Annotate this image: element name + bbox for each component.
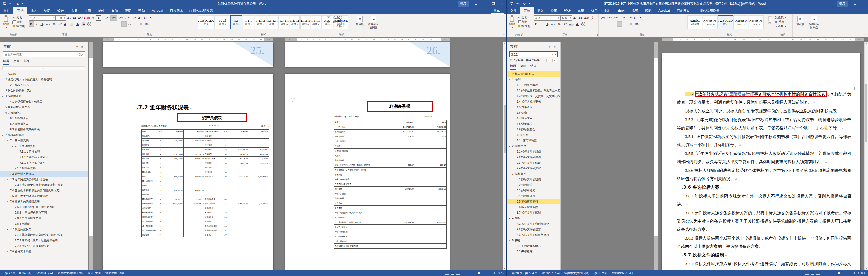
- restore-button[interactable]: ❐: [489, 1, 498, 7]
- font-dialog-launcher[interactable]: [100, 34, 102, 36]
- italic-button[interactable]: I: [539, 22, 545, 27]
- nav-heading-item[interactable]: 1.9 投标预备会: [507, 127, 560, 132]
- font-size-select[interactable]: 三号▾: [56, 16, 66, 21]
- ribbon-tab[interactable]: 插入: [534, 7, 547, 14]
- nav-search-input[interactable]: [4, 53, 78, 56]
- previous-result-icon[interactable]: ▲: [546, 59, 551, 62]
- line-spacing-button[interactable]: ↕≡▾: [132, 22, 138, 27]
- scrollbar-thumb[interactable]: [503, 105, 506, 153]
- nav-tab[interactable]: 结果: [24, 59, 30, 65]
- share-button[interactable]: 共享▾: [491, 8, 504, 14]
- zoom-slider[interactable]: [468, 273, 491, 273]
- enclose-character-button[interactable]: 字: [87, 22, 92, 27]
- align-center-button[interactable]: ≡: [110, 22, 116, 27]
- ribbon-tab[interactable]: 引用: [81, 7, 94, 14]
- nav-scroll-top-button[interactable]: ▴: [2, 66, 85, 70]
- zoom-in-button[interactable]: ＋: [493, 271, 496, 275]
- close-button[interactable]: ✕: [498, 1, 506, 7]
- clear-formatting-button[interactable]: A⌫: [83, 16, 90, 21]
- change-case-button[interactable]: Aa▾: [78, 16, 83, 21]
- phonetic-guide-button[interactable]: 文: [590, 16, 595, 21]
- zoom-out-button[interactable]: −: [464, 271, 466, 275]
- nav-heading-item[interactable]: 1.8 计量单位: [507, 121, 560, 127]
- nav-heading-item[interactable]: 5.2 开标程序: [507, 249, 560, 254]
- numbering-button[interactable]: 1≡▾: [111, 16, 117, 21]
- zoom-out-button[interactable]: −: [824, 271, 826, 275]
- bold-button[interactable]: B: [534, 22, 539, 27]
- ribbon-tab[interactable]: 视图: [628, 7, 642, 14]
- nav-heading-item[interactable]: ◢ 7.8 资格要求响应: [0, 249, 88, 254]
- status-segment[interactable]: 辅助功能: 调查: [103, 271, 127, 275]
- increase-indent-button[interactable]: →≡: [626, 16, 632, 21]
- ribbon-tab[interactable]: 绘图: [40, 7, 54, 14]
- expand-triangle-icon[interactable]: ◢: [7, 226, 10, 232]
- zoom-slider[interactable]: [828, 273, 851, 273]
- strikethrough-button[interactable]: abc: [550, 22, 557, 27]
- ribbon-tab[interactable]: 帮助: [135, 7, 148, 14]
- nav-options-icon[interactable]: ∨: [547, 45, 552, 49]
- nav-close-icon[interactable]: ×: [80, 45, 85, 49]
- highlight-button[interactable]: ab▾: [69, 22, 75, 27]
- replace-button[interactable]: ab替换: [775, 20, 791, 24]
- zoom-in-button[interactable]: ＋: [853, 271, 856, 275]
- tender-document-page[interactable]: 3.5.2 “近年财务状况表”应附经会计师事务所或审计机构审计的财务会计报表，包…: [661, 53, 860, 270]
- nav-heading-item[interactable]: 1.2 招标范围和数量、采购资金来源和落实情况: [507, 88, 560, 93]
- grow-font-button[interactable]: A▴: [66, 16, 72, 21]
- distribute-button[interactable]: ⇿: [127, 22, 132, 27]
- ribbon-tab[interactable]: 设计: [54, 7, 67, 14]
- tell-me-search[interactable]: 操作说明搜索: [187, 7, 215, 14]
- zoom-slider-thumb[interactable]: [478, 272, 480, 274]
- document-canvas[interactable]: 25. 26. .7.2 近年财务状况表 资产负债表 编制单位: 4g-优品优佳…: [88, 42, 506, 270]
- find-button[interactable]: 查找▾: [333, 16, 350, 19]
- nav-heading-item[interactable]: 3.3 投标有效期: [507, 188, 560, 193]
- find-button[interactable]: 查找▾: [775, 16, 791, 19]
- justify-button[interactable]: ≡: [121, 22, 127, 27]
- vertical-ruler[interactable]: [89, 42, 93, 270]
- style-card[interactable]: 1.1.1.1.1 标题 5: [267, 16, 279, 29]
- show-marks-button[interactable]: ¶: [638, 16, 644, 21]
- status-segment[interactable]: 简体中文(中国大陆): [562, 271, 592, 275]
- nav-heading-item[interactable]: ◢ 7.7 制造商授权书: [0, 226, 88, 232]
- expand-triangle-icon[interactable]: ◢: [2, 132, 5, 138]
- style-card[interactable]: AaBbCcDc 正文: [198, 16, 215, 29]
- scroll-up-icon[interactable]: ▲: [503, 42, 506, 44]
- nav-heading-item[interactable]: 3.5 资格审查资料: [507, 199, 560, 204]
- sort-button[interactable]: A↓: [633, 16, 638, 21]
- status-segment[interactable]: 第 27 页，共 146 页: [3, 271, 33, 275]
- status-segment[interactable]: 修订: 关闭: [85, 271, 103, 275]
- phonetic-guide-button[interactable]: 文: [90, 16, 96, 21]
- nav-heading-item[interactable]: 1.6 保密: [507, 110, 560, 116]
- shading-bucket-button[interactable]: ▾: [139, 22, 144, 27]
- customize-qat-icon[interactable]: ▾: [22, 2, 23, 5]
- nav-heading-item[interactable]: 3.2 投标报价: [507, 182, 560, 188]
- decrease-indent-button[interactable]: ←≡: [619, 16, 626, 21]
- paste-button[interactable]: 粘贴▾: [2, 16, 11, 29]
- expand-triangle-icon[interactable]: ◢: [7, 138, 10, 143]
- customize-qat-icon[interactable]: ▾: [529, 2, 530, 5]
- nav-heading-item[interactable]: 4.3 投标文件的修改与撤回: [507, 232, 560, 238]
- change-case-button[interactable]: Aa▾: [583, 16, 590, 21]
- asian-layout-button[interactable]: A▾: [137, 16, 143, 21]
- status-segment[interactable]: 6/22384 个字: [33, 271, 55, 275]
- nav-heading-item[interactable]: ◢ 7.6 投标人的信誉情况表: [0, 199, 88, 204]
- font-color-button[interactable]: A▾: [75, 22, 81, 27]
- ribbon-tab[interactable]: 开始: [520, 7, 534, 14]
- nav-heading-item[interactable]: 5 商务和技术偏差表: [0, 104, 88, 110]
- status-segment[interactable]: 简体中文(中国大陆): [55, 271, 85, 275]
- align-right-button[interactable]: ≡: [116, 22, 121, 27]
- ribbon-tab[interactable]: 引用: [588, 7, 601, 14]
- style-card[interactable]: 1.1.1.1.1.1 标题 6: [279, 16, 289, 29]
- justify-button[interactable]: ≡: [617, 22, 622, 27]
- ribbon-tab[interactable]: 文件: [0, 7, 13, 14]
- print-layout-icon[interactable]: [811, 272, 814, 275]
- style-card[interactable]: AaBbC 3级标题: [687, 16, 702, 29]
- align-left-button[interactable]: ≡: [105, 22, 110, 27]
- ribbon-tab[interactable]: 布局: [67, 7, 81, 14]
- style-card[interactable]: AaBbCcDc font12: [749, 16, 764, 29]
- subscript-button[interactable]: X₂: [557, 22, 562, 27]
- copy-button[interactable]: 复制: [518, 20, 530, 24]
- status-segment[interactable]: 修订: 关闭: [592, 271, 610, 275]
- nav-heading-item[interactable]: 7.4 正在供货和新承接的项目情况表（无）: [0, 188, 88, 193]
- expand-triangle-icon[interactable]: ◢: [509, 215, 512, 221]
- document-text[interactable]: 3.5.2 “近年财务状况表”应附经会计师事务所或审计机构审计的财务会计报表，包…: [677, 90, 851, 270]
